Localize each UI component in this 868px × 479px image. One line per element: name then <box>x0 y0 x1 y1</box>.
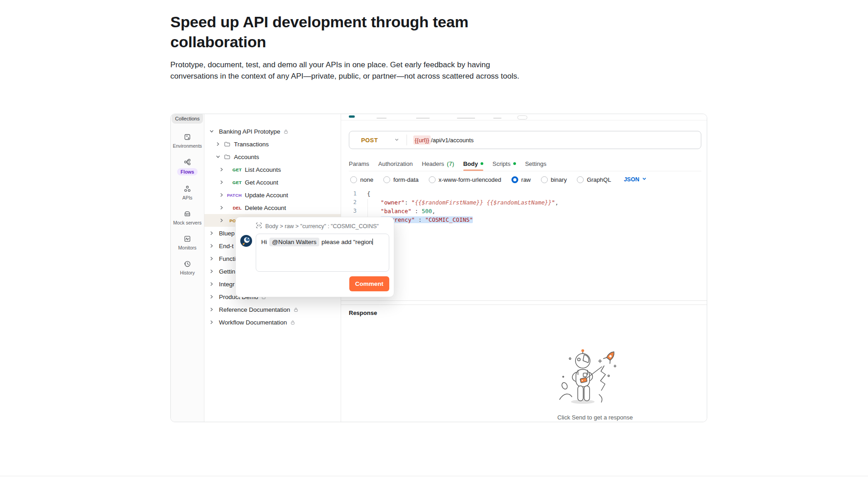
radio-selected-icon[interactable] <box>511 176 518 183</box>
tree-item-label: Functi <box>219 255 236 262</box>
response-title: Response <box>349 309 377 316</box>
body-mode-label: form-data <box>393 176 419 183</box>
method-badge: GET <box>225 180 242 185</box>
body-mode-none[interactable]: none <box>350 176 373 183</box>
radio-icon[interactable] <box>383 176 390 183</box>
code-text: "owner": "{{$randomFirstName}} {{$random… <box>367 198 558 207</box>
body-mode-raw[interactable]: raw <box>511 176 531 183</box>
tree-item[interactable]: GETList Accounts <box>204 163 341 176</box>
tree-item[interactable]: Accounts <box>204 150 341 163</box>
mention-chip[interactable]: @Nolan Walters <box>269 238 319 246</box>
url-input[interactable]: {{url}} /api/v1/accounts <box>413 135 474 145</box>
environments-icon <box>184 133 191 141</box>
tree-item[interactable]: DELDelete Account <box>204 201 341 214</box>
page-bottom-divider <box>0 476 868 476</box>
body-mode-GraphQL[interactable]: GraphQL <box>577 176 611 183</box>
chevron-right-icon[interactable] <box>218 167 225 172</box>
lock-icon <box>290 320 295 325</box>
tab-params[interactable]: Params <box>349 156 369 171</box>
chevron-right-icon[interactable] <box>208 230 215 236</box>
chevron-right-icon[interactable] <box>208 269 215 274</box>
code-line[interactable]: 3 "balance" : 500, <box>341 207 701 215</box>
chevron-down-icon[interactable] <box>208 129 215 134</box>
sidebar-item-apis[interactable]: APIs <box>182 185 192 200</box>
clipped-tab-close <box>517 115 527 120</box>
method-label: POST <box>361 137 378 144</box>
tab-settings[interactable]: Settings <box>525 156 546 171</box>
body-mode-binary[interactable]: binary <box>541 176 567 183</box>
tree-item[interactable]: GETGet Account <box>204 176 341 189</box>
radio-icon[interactable] <box>541 176 548 183</box>
chevron-right-icon[interactable] <box>208 256 215 261</box>
apis-icon <box>184 185 191 193</box>
tree-item-label: List Accounts <box>245 166 281 173</box>
tree-item-label: Update Account <box>245 192 288 199</box>
chevron-right-icon[interactable] <box>214 141 222 147</box>
response-section: Response <box>341 305 707 422</box>
tab-headers[interactable]: Headers(7) <box>422 156 454 171</box>
left-rail: Collections Environments Flows <box>171 114 204 422</box>
tree-item[interactable]: PATCHUpdate Account <box>204 189 341 201</box>
page-description: Prototype, document, test, and demo all … <box>170 59 520 82</box>
mock-servers-icon <box>184 210 191 218</box>
code-line[interactable]: 4 "currency" : "COSMIC_COINS" <box>341 215 701 224</box>
chevron-down-icon <box>394 136 399 144</box>
line-number: 3 <box>341 207 357 215</box>
request-url-bar[interactable]: POST {{url}} /api/v1/accounts <box>349 131 701 149</box>
sidebar-item-label: Flows <box>177 168 198 175</box>
tree-item[interactable]: Workflow Documentation <box>204 316 341 329</box>
tree-item-label: Delete Account <box>245 205 286 211</box>
body-mode-label: binary <box>551 176 567 183</box>
body-mode-x-www-form-urlencoded[interactable]: x-www-form-urlencoded <box>429 176 501 183</box>
body-mode-form-data[interactable]: form-data <box>383 176 419 183</box>
radio-icon[interactable] <box>429 176 436 183</box>
chevron-right-icon[interactable] <box>218 218 225 223</box>
tab-body[interactable]: Body <box>463 156 484 171</box>
sidebar-item-flows[interactable]: Flows <box>177 158 198 175</box>
method-select[interactable]: POST <box>349 136 399 144</box>
chevron-right-icon[interactable] <box>218 205 225 210</box>
sidebar-item-history[interactable]: History <box>180 260 195 275</box>
chevron-right-icon[interactable] <box>218 180 225 185</box>
rail-tab-collections[interactable]: Collections <box>172 114 203 124</box>
tab-authorization[interactable]: Authorization <box>378 156 413 171</box>
chevron-down-icon[interactable] <box>214 154 222 160</box>
tree-item-label: Integr <box>219 281 235 288</box>
line-number: 2 <box>341 198 357 207</box>
sidebar-item-monitors[interactable]: Monitors <box>178 235 196 250</box>
unsaved-dot-icon <box>513 162 516 165</box>
comment-popup: Body > raw > "currency" : "COSMIC_COINS"… <box>235 217 394 297</box>
radio-icon[interactable] <box>350 176 357 183</box>
sidebar-item-mock-servers[interactable]: Mock servers <box>173 210 201 225</box>
sidebar-item-label: Environments <box>173 143 202 149</box>
comment-input[interactable]: Hi@Nolan Waltersplease add "region <box>256 234 389 272</box>
tree-item-label: Get Account <box>245 179 278 186</box>
sidebar-item-environments[interactable]: Environments <box>173 133 202 149</box>
code-text: "balance" : 500, <box>367 207 436 215</box>
sidebar-item-label: History <box>180 270 195 275</box>
comment-button[interactable]: Comment <box>349 276 389 291</box>
clipped-request-tab-row <box>341 114 707 120</box>
chevron-right-icon[interactable] <box>218 192 225 198</box>
tree-item[interactable]: Transactions <box>204 138 341 150</box>
body-editor[interactable]: 1{2 "owner": "{{$randomFirstName}} {{$ra… <box>341 190 701 224</box>
body-mode-label: GraphQL <box>587 176 611 183</box>
headers-count: (7) <box>447 160 454 167</box>
tab-scripts[interactable]: Scripts <box>492 156 516 171</box>
tree-item-label: End-t <box>219 243 233 249</box>
pane-splitter[interactable] <box>341 300 707 305</box>
radio-icon[interactable] <box>577 176 584 183</box>
tree-item[interactable]: Banking API Prototype <box>204 125 341 138</box>
tree-item-label: Accounts <box>234 154 259 160</box>
chevron-right-icon[interactable] <box>208 307 215 312</box>
request-tabs: Params Authorization Headers(7) Body Scr… <box>349 156 701 171</box>
language-select[interactable]: JSON <box>624 176 647 183</box>
chevron-right-icon[interactable] <box>208 281 215 287</box>
page-title: Speed up API development through team co… <box>170 12 479 52</box>
chevron-right-icon[interactable] <box>208 243 215 249</box>
code-line[interactable]: 2 "owner": "{{$randomFirstName}} {{$rand… <box>341 198 701 207</box>
tree-item[interactable]: Reference Documentation <box>204 303 341 316</box>
code-line[interactable]: 1{ <box>341 190 701 198</box>
chevron-right-icon[interactable] <box>208 294 215 299</box>
chevron-right-icon[interactable] <box>208 319 215 325</box>
